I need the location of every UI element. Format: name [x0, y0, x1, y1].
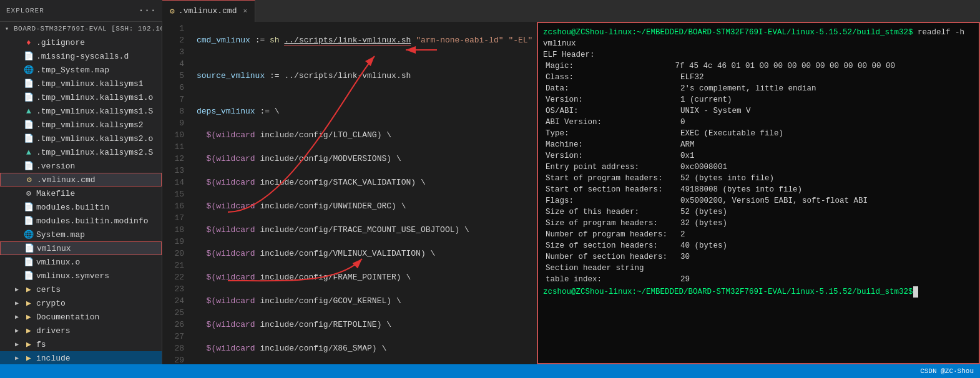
- sidebar-item-label: .tmp_vmlinux.kallsyms1.o: [36, 93, 153, 102]
- sidebar-item-label: crypto: [36, 299, 66, 308]
- sidebar-item-label: Makefile: [36, 189, 75, 198]
- elf-data-row: Data:2's complement, little endian: [543, 83, 974, 94]
- file-icon: 📄: [24, 161, 34, 171]
- main-area: ▾ BOARD-STM32F769I-EVAL [SSH: 192.168.10…: [0, 22, 980, 364]
- elf-version2-row: Version:0x1: [543, 150, 974, 162]
- elf-num-sect-row: Number of section headers:30: [543, 251, 974, 263]
- elf-class-row: Class:ELF32: [543, 72, 974, 83]
- elf-abi-version-row: ABI Version:0: [543, 117, 974, 128]
- terminal-prompt-1: zcshou@ZCShou-linux:~/EMBEDDED/BOARD-STM…: [543, 28, 913, 37]
- file-icon: ▲: [24, 107, 34, 116]
- sidebar-item-label: Documentation: [36, 313, 99, 322]
- sidebar-item-label: fs: [36, 340, 46, 349]
- elf-sect-start-row: Start of section headers:49188008 (bytes…: [543, 184, 974, 195]
- sidebar-item-system-map[interactable]: 🌐 System.map: [0, 228, 162, 241]
- elf-flags-row: Flags:0x5000200, Version5 EABI, soft-flo…: [543, 195, 974, 206]
- sidebar-item-vmlinux-symvers[interactable]: 📄 vmlinux.symvers: [0, 269, 162, 283]
- sidebar-item-modules-builtin-modinfo[interactable]: 📄 modules.builtin.modinfo: [0, 214, 162, 228]
- sidebar-item-tmp-kallsyms1[interactable]: 📄 .tmp_vmlinux.kallsyms1: [0, 77, 162, 90]
- sidebar-item-vmlinux-cmd[interactable]: ⚙ .vmlinux.cmd: [0, 173, 162, 187]
- sidebar-item-tmp-kallsyms2S[interactable]: ▲ .tmp_vmlinux.kallsyms2.S: [0, 145, 162, 159]
- elf-prog-size-row: Size of program headers:32 (bytes): [543, 218, 974, 229]
- explorer-label: EXPLORER: [6, 7, 44, 14]
- file-icon: 📄: [24, 202, 34, 212]
- sidebar-item-label: drivers: [36, 326, 71, 336]
- terminal-prompt-2: zcshou@ZCShou-linux:~/EMBEDDED/BOARD-STM…: [543, 288, 913, 296]
- sidebar-item-label: .vmlinux.cmd: [37, 175, 96, 185]
- sidebar-item-include[interactable]: ▶ ▶ include: [0, 351, 162, 364]
- sidebar-item-tmp-kallsyms2o[interactable]: 📄 .tmp_vmlinux.kallsyms2.o: [0, 132, 162, 145]
- tab-file-icon: ⚙: [170, 6, 175, 16]
- file-icon: ⚙: [24, 188, 34, 198]
- sidebar-item-label: System.map: [36, 230, 85, 240]
- sidebar-item-label: .tmp_vmlinux.kallsyms1: [36, 79, 144, 89]
- elf-magic-row: Magic: 7f 45 4c 46 01 01 00 00 00 00 00 …: [543, 61, 974, 72]
- status-bar: CSDN @ZC·Shou: [0, 364, 980, 378]
- sidebar-item-version[interactable]: 📄 .version: [0, 159, 162, 173]
- elf-type-row: Type:EXEC (Executable file): [543, 128, 974, 139]
- file-icon: ▲: [24, 148, 34, 157]
- status-csdn-label: CSDN @ZC·Shou: [920, 367, 974, 375]
- sidebar-item-tmp-system-map[interactable]: 🌐 .tmp_System.map: [0, 63, 162, 77]
- sidebar-item-fs[interactable]: ▶ ▶ fs: [0, 337, 162, 351]
- file-icon: 📄: [24, 51, 34, 61]
- tab-label: .vmlinux.cmd: [179, 6, 237, 16]
- file-icon: ⚙: [24, 175, 34, 185]
- terminal-elf-header-label: ELF Header:: [543, 49, 974, 61]
- elf-sect-size-row: Size of section headers:40 (bytes): [543, 240, 974, 251]
- terminal-prompt-line-2: zcshou@ZCShou-linux:~/EMBEDDED/BOARD-STM…: [543, 286, 974, 298]
- sidebar-item-modules-builtin[interactable]: 📄 modules.builtin: [0, 200, 162, 214]
- sidebar-item-crypto[interactable]: ▶ ▶ crypto: [0, 296, 162, 310]
- sidebar-item-label: modules.builtin: [36, 203, 109, 212]
- terminal-panel[interactable]: zcshou@ZCShou-linux:~/EMBEDDED/BOARD-STM…: [537, 22, 980, 364]
- elf-entry-row: Entry point address:0xc0008001: [543, 162, 974, 173]
- sidebar-item-tmp-kallsyms1o[interactable]: 📄 .tmp_vmlinux.kallsyms1.o: [0, 90, 162, 104]
- sidebar-item-tmp-kallsyms2[interactable]: 📄 .tmp_vmlinux.kallsyms2: [0, 118, 162, 132]
- folder-icon: ▶: [24, 284, 34, 294]
- elf-header-size-row: Size of this header:52 (bytes): [543, 206, 974, 218]
- file-icon: 📄: [24, 79, 34, 89]
- tab-vmlinux-cmd[interactable]: ⚙ .vmlinux.cmd ×: [162, 0, 255, 22]
- sidebar-item-tmp-kallsyms1S[interactable]: ▲ .tmp_vmlinux.kallsyms1.S: [0, 104, 162, 118]
- sidebar-item-vmlinux[interactable]: 📄 vmlinux: [0, 241, 162, 255]
- sidebar-item-label: certs: [36, 285, 61, 294]
- sidebar-item-label: .gitignore: [36, 38, 85, 47]
- sidebar-item-certs[interactable]: ▶ ▶ certs: [0, 283, 162, 296]
- elf-version-row: Version:1 (current): [543, 94, 974, 105]
- sidebar-item-makefile[interactable]: ⚙ Makefile: [0, 187, 162, 200]
- file-icon: 📄: [24, 133, 34, 143]
- file-icon: 📄: [24, 120, 34, 130]
- file-icon: 🌐: [24, 230, 34, 240]
- editor-content: 12345 678910 1112131415 1617181920 21222…: [162, 22, 980, 364]
- sidebar-item-label: modules.builtin.modinfo: [36, 216, 148, 226]
- sidebar-item-drivers[interactable]: ▶ ▶ drivers: [0, 324, 162, 337]
- sidebar-item-vmlinux-o[interactable]: 📄 vmlinux.o: [0, 255, 162, 269]
- file-icon: 🌐: [24, 65, 34, 75]
- sidebar-root-label: BOARD-STM32F769I-EVAL [SSH: 192.168.100.…: [14, 25, 162, 32]
- folder-icon: ▶: [24, 326, 34, 336]
- chevron-down-icon: ▾: [2, 25, 11, 32]
- sidebar-item-documentation[interactable]: ▶ ▶ Documentation: [0, 310, 162, 324]
- elf-osabi-row: OS/ABI:UNIX - System V: [543, 105, 974, 117]
- file-icon: 📄: [24, 92, 34, 102]
- sidebar-item-label: .version: [36, 162, 75, 171]
- sidebar-root-header[interactable]: ▾ BOARD-STM32F769I-EVAL [SSH: 192.168.10…: [0, 22, 162, 36]
- line-numbers: 12345 678910 1112131415 1617181920 21222…: [162, 22, 190, 364]
- sidebar-header-area: EXPLORER ···: [0, 5, 162, 16]
- file-icon: 📄: [24, 243, 34, 253]
- file-icon: 📄: [24, 257, 34, 267]
- title-bar: EXPLORER ··· ⚙ .vmlinux.cmd ×: [0, 0, 980, 22]
- sidebar-item-label: vmlinux: [37, 244, 71, 253]
- sidebar-item-missing-syscalls[interactable]: 📄 .missing-syscalls.d: [0, 49, 162, 63]
- folder-icon: ▶: [24, 339, 34, 349]
- elf-machine-row: Machine:ARM: [543, 139, 974, 150]
- sidebar-item-label: vmlinux.symvers: [36, 271, 109, 281]
- elf-strtab-row: Section header string table index:29: [543, 263, 974, 285]
- explorer-menu-dots[interactable]: ···: [138, 5, 156, 16]
- tab-close-button[interactable]: ×: [243, 7, 247, 15]
- sidebar-item-label: include: [36, 354, 71, 363]
- sidebar-item-gitignore[interactable]: ♦ .gitignore: [0, 36, 162, 49]
- file-explorer-sidebar: ▾ BOARD-STM32F769I-EVAL [SSH: 192.168.10…: [0, 22, 162, 364]
- folder-icon: ▶: [24, 312, 34, 322]
- editor-area: 12345 678910 1112131415 1617181920 21222…: [162, 22, 980, 364]
